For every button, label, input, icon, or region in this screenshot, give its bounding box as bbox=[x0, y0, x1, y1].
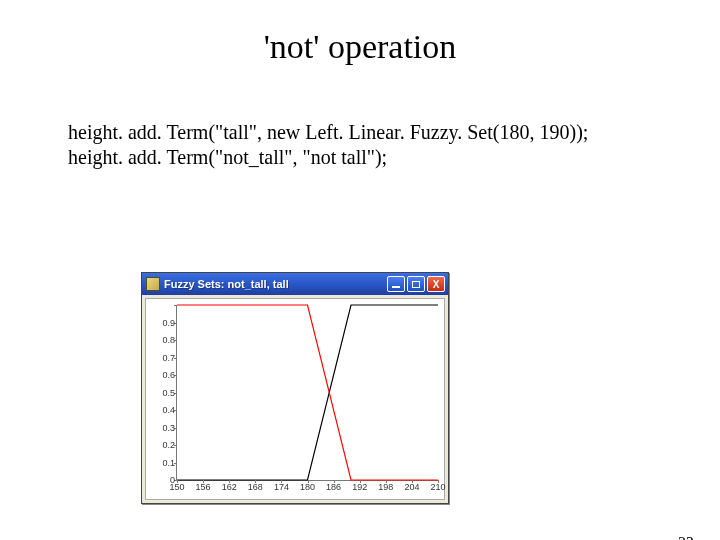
x-tick-label: 204 bbox=[404, 482, 419, 492]
x-tick-label: 156 bbox=[196, 482, 211, 492]
x-tick-label: 210 bbox=[430, 482, 445, 492]
code-line-2: height. add. Term("not_tall", "not tall"… bbox=[68, 145, 720, 170]
series-tall bbox=[177, 305, 438, 480]
x-tick-label: 180 bbox=[300, 482, 315, 492]
chart-plot: 00.10.20.30.40.50.60.70.80.9150156162168… bbox=[176, 305, 438, 481]
x-tick-label: 186 bbox=[326, 482, 341, 492]
close-button[interactable]: X bbox=[427, 276, 445, 292]
minimize-button[interactable] bbox=[387, 276, 405, 292]
window-buttons: X bbox=[387, 276, 445, 292]
y-tick-label: 0.1 bbox=[162, 458, 175, 468]
x-tick-label: 198 bbox=[378, 482, 393, 492]
series-not_tall bbox=[177, 305, 438, 480]
window-title: Fuzzy Sets: not_tall, tall bbox=[164, 278, 289, 290]
x-tick-label: 174 bbox=[274, 482, 289, 492]
y-tick bbox=[174, 305, 177, 306]
fuzzy-sets-window: Fuzzy Sets: not_tall, tall X 00.10.20.30… bbox=[141, 272, 449, 504]
y-tick-label: 0.4 bbox=[162, 405, 175, 415]
slide-title: 'not' operation bbox=[0, 28, 720, 66]
x-tick-label: 168 bbox=[248, 482, 263, 492]
y-tick-label: 0.5 bbox=[162, 388, 175, 398]
page-number: 32 bbox=[678, 534, 694, 540]
y-tick-label: 0.3 bbox=[162, 423, 175, 433]
x-tick-label: 162 bbox=[222, 482, 237, 492]
y-tick-label: 0.2 bbox=[162, 440, 175, 450]
chart-svg bbox=[177, 305, 438, 480]
x-tick-label: 150 bbox=[169, 482, 184, 492]
code-block: height. add. Term("tall", new Left. Line… bbox=[68, 120, 720, 170]
app-icon bbox=[146, 277, 160, 291]
maximize-button[interactable] bbox=[407, 276, 425, 292]
y-tick-label: 0.8 bbox=[162, 335, 175, 345]
x-tick-label: 192 bbox=[352, 482, 367, 492]
close-icon: X bbox=[433, 279, 440, 290]
y-tick-label: 0.7 bbox=[162, 353, 175, 363]
code-line-1: height. add. Term("tall", new Left. Line… bbox=[68, 120, 720, 145]
y-tick-label: 0.9 bbox=[162, 318, 175, 328]
y-tick-label: 0.6 bbox=[162, 370, 175, 380]
chart-area: 00.10.20.30.40.50.60.70.80.9150156162168… bbox=[145, 298, 445, 500]
window-titlebar: Fuzzy Sets: not_tall, tall X bbox=[142, 273, 448, 295]
